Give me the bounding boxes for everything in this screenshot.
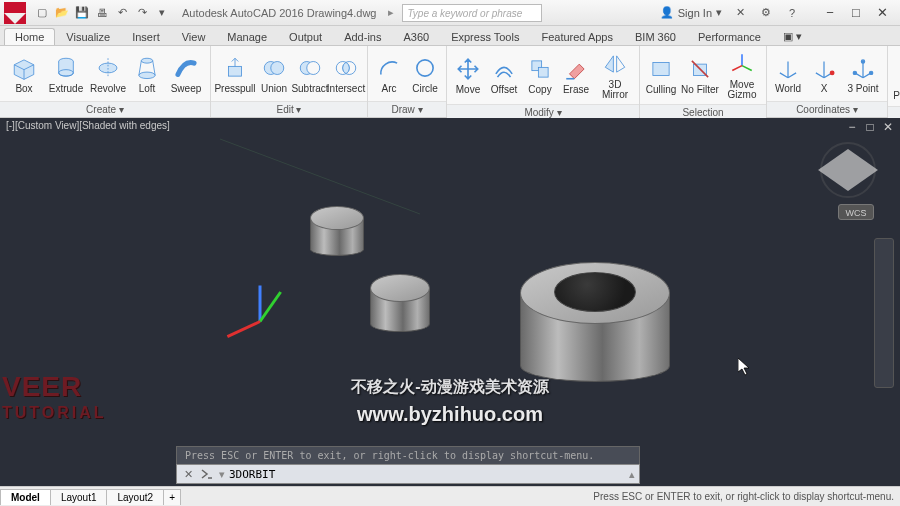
arc-icon (375, 54, 403, 82)
cmd-up-icon[interactable]: ▴ (629, 468, 635, 481)
nofilter-icon (686, 55, 714, 83)
title-dropdown-icon[interactable]: ▸ (388, 6, 402, 19)
extrude-button[interactable]: Extrude (46, 52, 86, 96)
movegizmo-button[interactable]: Move Gizmo (722, 48, 762, 102)
status-bar: Model Layout1 Layout2 + Press ESC or ENT… (0, 486, 900, 506)
offset-icon (490, 55, 518, 83)
tab-a360[interactable]: A360 (392, 28, 440, 45)
tab-insert[interactable]: Insert (121, 28, 171, 45)
tab-layout1[interactable]: Layout1 (50, 489, 108, 505)
cmd-close-icon[interactable]: ✕ (181, 467, 195, 481)
tab-add-button[interactable]: + (163, 489, 181, 505)
tab-home[interactable]: Home (4, 28, 55, 45)
tab-bim360[interactable]: BIM 360 (624, 28, 687, 45)
tab-performance[interactable]: Performance (687, 28, 772, 45)
tab-model[interactable]: Model (0, 489, 51, 505)
intersect-button[interactable]: Intersect (329, 52, 363, 96)
copy-button[interactable]: Copy (523, 53, 557, 97)
layerprops-button[interactable]: Layer Properties (892, 50, 900, 102)
subtract-button[interactable]: Subtract (293, 52, 327, 96)
loft-button[interactable]: Loft (130, 52, 164, 96)
panel-title-edit[interactable]: Edit ▾ (211, 101, 367, 117)
ucsx-icon (810, 54, 838, 82)
svg-point-19 (853, 71, 856, 74)
minimize-button[interactable]: − (818, 5, 842, 21)
search-input[interactable]: Type a keyword or phrase (402, 4, 542, 22)
navigation-bar[interactable] (874, 238, 894, 388)
qat-dropdown-icon[interactable]: ▾ (154, 5, 170, 21)
ribbon-tabs: Home Visualize Insert View Manage Output… (0, 26, 900, 46)
panel-title-coords[interactable]: Coordinates ▾ (767, 101, 887, 117)
svg-point-12 (417, 59, 433, 75)
tab-layout2[interactable]: Layout2 (106, 489, 164, 505)
close-button[interactable]: ✕ (870, 5, 894, 21)
vp-close-icon[interactable]: ✕ (880, 120, 896, 134)
world-button[interactable]: World (771, 52, 805, 96)
stay-connected-icon[interactable]: ⚙ (758, 5, 774, 21)
sweep-button[interactable]: Sweep (166, 52, 206, 96)
help-icon[interactable]: ? (784, 5, 800, 21)
3dmirror-button[interactable]: 3D Mirror (595, 48, 635, 102)
svg-rect-5 (229, 66, 242, 76)
viewport[interactable]: [-][Custom View][Shaded with edges] − □ … (0, 118, 900, 486)
signin-label: Sign In (678, 7, 712, 19)
qat-redo[interactable]: ↷ (134, 5, 150, 21)
app-logo[interactable] (4, 2, 26, 24)
circle-button[interactable]: Circle (408, 52, 442, 96)
panel-edit: Presspull Union Subtract Intersect Edit … (211, 46, 368, 117)
3point-button[interactable]: 3 Point (843, 52, 883, 96)
maximize-button[interactable]: □ (844, 5, 868, 21)
arc-button[interactable]: Arc (372, 52, 406, 96)
vp-max-icon[interactable]: □ (862, 120, 878, 134)
nofilter-button[interactable]: No Filter (680, 53, 720, 97)
chevron-down-icon: ▾ (716, 6, 722, 19)
tab-manage[interactable]: Manage (216, 28, 278, 45)
exchange-icon[interactable]: ✕ (732, 5, 748, 21)
tab-output[interactable]: Output (278, 28, 333, 45)
viewcube[interactable] (820, 142, 876, 198)
tab-view[interactable]: View (171, 28, 217, 45)
qat-new[interactable]: ▢ (34, 5, 50, 21)
svg-point-9 (307, 61, 320, 74)
tab-featured[interactable]: Featured Apps (530, 28, 624, 45)
command-input[interactable] (229, 468, 629, 481)
svg-point-4 (139, 72, 155, 79)
ucsx-button[interactable]: X (807, 52, 841, 96)
move-button[interactable]: Move (451, 53, 485, 97)
erase-button[interactable]: Erase (559, 53, 593, 97)
wcs-badge[interactable]: WCS (838, 204, 874, 220)
presspull-icon (221, 54, 249, 82)
qat-save[interactable]: 💾 (74, 5, 90, 21)
vp-min-icon[interactable]: − (844, 120, 860, 134)
watermark-veer: VEER TUTORIAL (2, 374, 107, 426)
box-button[interactable]: Box (4, 52, 44, 96)
panel-layers: Layer Properties 💡☀🔓0▾ ●Shaded with edge… (888, 46, 900, 117)
tab-bullet-icon[interactable]: ▣ ▾ (772, 27, 813, 45)
3point-icon (849, 54, 877, 82)
tab-express[interactable]: Express Tools (440, 28, 530, 45)
tab-addins[interactable]: Add-ins (333, 28, 392, 45)
svg-line-21 (220, 139, 420, 214)
presspull-button[interactable]: Presspull (215, 52, 255, 96)
panel-selection: Culling No Filter Move Gizmo Selection (640, 46, 767, 117)
tab-visualize[interactable]: Visualize (55, 28, 121, 45)
qat-undo[interactable]: ↶ (114, 5, 130, 21)
loft-icon (133, 54, 161, 82)
union-button[interactable]: Union (257, 52, 291, 96)
intersect-icon (332, 54, 360, 82)
svg-point-7 (271, 61, 284, 74)
sweep-icon (172, 54, 200, 82)
culling-button[interactable]: Culling (644, 53, 678, 97)
offset-button[interactable]: Offset (487, 53, 521, 97)
panel-draw: Arc Circle Draw ▾ (368, 46, 447, 117)
qat-open[interactable]: 📂 (54, 5, 70, 21)
panel-title-create[interactable]: Create ▾ (0, 101, 210, 117)
signin-button[interactable]: 👤 Sign In ▾ (660, 6, 722, 19)
panel-title-draw[interactable]: Draw ▾ (368, 101, 446, 117)
qat-print[interactable]: 🖶 (94, 5, 110, 21)
panel-create: Box Extrude Revolve Loft Sweep Create ▾ (0, 46, 211, 117)
revolve-button[interactable]: Revolve (88, 52, 128, 96)
quick-access-toolbar: ▢ 📂 💾 🖶 ↶ ↷ ▾ (34, 5, 170, 21)
viewport-label[interactable]: [-][Custom View][Shaded with edges] (6, 120, 170, 131)
circle-icon (411, 54, 439, 82)
